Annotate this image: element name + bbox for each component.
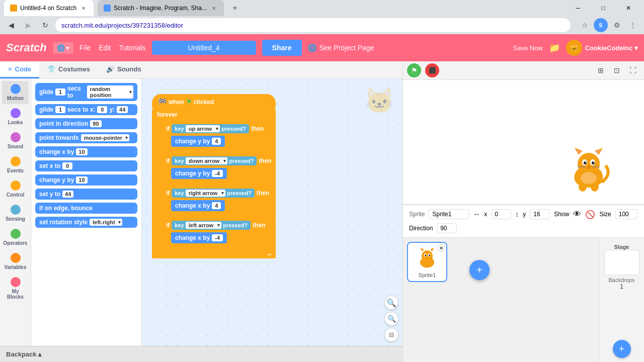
change-x-right[interactable]: change x by 4: [171, 200, 225, 211]
normal-stage-button[interactable]: ⊡: [610, 63, 624, 77]
category-sensing[interactable]: Sensing: [2, 202, 29, 225]
key-right-condition[interactable]: key right arrow ▾ pressed?: [172, 189, 255, 198]
close-button[interactable]: ✕: [617, 0, 640, 16]
hat-block[interactable]: 🏁 when ⚑ clicked: [152, 94, 276, 109]
block-glide-xy[interactable]: glide 1 secs to x: 0 y: 44: [35, 104, 137, 115]
rotation-style-dropdown[interactable]: left-right: [90, 219, 122, 226]
block-set-x[interactable]: set x to 0: [35, 160, 137, 171]
point-towards-dropdown[interactable]: mouse-pointer: [81, 134, 129, 141]
project-name-input[interactable]: [152, 41, 256, 55]
glide-position-dropdown[interactable]: random position: [87, 85, 133, 99]
scratch-logo[interactable]: Scratch: [6, 41, 47, 54]
sprite-item-sprite1[interactable]: ✕ Sprite1: [407, 242, 447, 282]
stop-button[interactable]: ⬛: [425, 63, 439, 77]
zoom-in-button[interactable]: 🔍: [384, 296, 398, 310]
if-left-arrow[interactable]: if key left arrow ▾ pressed? then: [162, 218, 276, 249]
category-motion[interactable]: Motion: [2, 81, 29, 104]
change-x-right-value[interactable]: 4: [212, 202, 221, 209]
sprite-name-input[interactable]: [429, 209, 469, 219]
user-area[interactable]: 🐱 CookieCodeInc ▾: [566, 40, 638, 56]
glide-xy-y[interactable]: 44: [117, 106, 128, 113]
small-stage-button[interactable]: ⊞: [594, 63, 608, 77]
inactive-tab[interactable]: Scratch - Imagine, Program, Sha... ✕: [98, 0, 224, 16]
set-y-input[interactable]: 44: [62, 191, 73, 198]
change-x-left-value[interactable]: -4: [212, 234, 223, 241]
show-visible-icon[interactable]: 👁: [573, 210, 581, 219]
size-input[interactable]: [615, 209, 637, 219]
extensions-icon[interactable]: ⚙: [610, 18, 624, 32]
stage-thumbnail[interactable]: [604, 250, 639, 275]
add-backdrop-button[interactable]: +: [613, 340, 631, 358]
if-right-arrow[interactable]: if key right arrow ▾ pressed? then: [162, 186, 276, 217]
fullscreen-button[interactable]: ⛶: [626, 63, 640, 77]
glide-xy-secs[interactable]: 1: [55, 106, 65, 113]
share-button[interactable]: Share: [262, 40, 302, 56]
menu-icon[interactable]: ⋮: [626, 18, 640, 32]
script-editor[interactable]: 🐱 🏁 when ⚑ clicked fo: [142, 79, 403, 346]
reload-button[interactable]: ↻: [38, 18, 52, 32]
block-change-x[interactable]: change x by 10: [35, 146, 137, 157]
backpack[interactable]: Backpack ▲: [0, 346, 403, 362]
change-y-down[interactable]: change y by -4: [171, 168, 227, 179]
bookmark-icon[interactable]: ☆: [578, 18, 592, 32]
block-set-y[interactable]: set y to 44: [35, 189, 137, 200]
change-y-input[interactable]: 10: [76, 176, 87, 184]
globe-button[interactable]: 🌐 ▾: [53, 42, 73, 54]
category-sound[interactable]: Sound: [2, 129, 29, 152]
forever-block[interactable]: forever if: [152, 109, 276, 258]
glide-xy-x[interactable]: 0: [97, 106, 107, 113]
x-input[interactable]: [491, 209, 511, 219]
change-x-left[interactable]: change x by -4: [171, 232, 227, 243]
fit-screen-button[interactable]: ⊟: [384, 328, 398, 342]
block-point-direction[interactable]: point in direction 90: [35, 118, 137, 129]
y-input[interactable]: [530, 209, 550, 219]
edit-menu[interactable]: Edit: [99, 44, 111, 52]
new-tab-button[interactable]: +: [228, 1, 242, 15]
block-rotation-style[interactable]: set rotation style left-right: [35, 217, 137, 228]
file-menu[interactable]: File: [79, 44, 91, 52]
back-button[interactable]: ◀: [4, 18, 18, 32]
category-events[interactable]: Events: [2, 153, 29, 176]
folder-icon[interactable]: 📁: [549, 42, 560, 53]
block-glide-random[interactable]: glide 1 secs to random position: [35, 83, 137, 101]
see-project-button[interactable]: 🌐 See Project Page: [308, 44, 374, 52]
save-now-button[interactable]: Save Now: [513, 44, 543, 52]
tutorials-menu[interactable]: Tutorials: [119, 44, 145, 52]
maximize-button[interactable]: □: [592, 0, 615, 16]
minimize-button[interactable]: ─: [567, 0, 590, 16]
right-arrow-dropdown[interactable]: right arrow ▾: [186, 190, 225, 197]
url-bar[interactable]: scratch.mit.edu/projects/397231358/edito…: [55, 18, 571, 32]
forward-button[interactable]: ▶: [21, 18, 35, 32]
active-tab[interactable]: Untitled-4 on Scratch ✕: [4, 0, 94, 16]
profile-icon[interactable]: S: [594, 18, 608, 32]
key-up-condition[interactable]: key up arrow ▾ pressed?: [172, 124, 249, 133]
glide-secs-input[interactable]: 1: [55, 88, 65, 96]
change-y-down-value[interactable]: -4: [212, 170, 223, 177]
direction-input[interactable]: [437, 223, 457, 233]
if-down-arrow[interactable]: if key down arrow ▾ pressed? then: [162, 154, 276, 185]
add-sprite-button[interactable]: +: [469, 260, 490, 280]
change-y-up[interactable]: change y by 4: [171, 136, 225, 147]
set-x-input[interactable]: 0: [62, 162, 72, 169]
block-edge-bounce[interactable]: if on edge, bounce: [35, 203, 137, 214]
inactive-tab-close[interactable]: ✕: [210, 4, 218, 12]
left-arrow-dropdown[interactable]: left arrow ▾: [186, 222, 222, 229]
green-flag-button[interactable]: ⚑: [407, 63, 421, 77]
tab-costumes[interactable]: 👕 Costumes: [39, 61, 98, 78]
category-myblocks[interactable]: My Blocks: [2, 274, 29, 303]
tab-sounds[interactable]: 🔊 Sounds: [98, 61, 149, 78]
key-down-condition[interactable]: key down arrow ▾ pressed?: [172, 156, 257, 165]
change-y-up-value[interactable]: 4: [212, 138, 221, 145]
if-up-arrow[interactable]: if key up arrow ▾ pressed? then: [162, 122, 276, 153]
sprite-delete-button[interactable]: ✕: [437, 244, 445, 252]
up-arrow-dropdown[interactable]: up arrow ▾: [186, 125, 220, 132]
change-x-input[interactable]: 10: [76, 148, 87, 155]
category-operators[interactable]: Operators: [2, 226, 29, 249]
category-variables[interactable]: Variables: [2, 250, 29, 273]
down-arrow-dropdown[interactable]: down arrow ▾: [186, 157, 228, 164]
tab-code[interactable]: ≡ Code: [0, 61, 39, 78]
category-looks[interactable]: Looks: [2, 105, 29, 128]
category-control[interactable]: Control: [2, 177, 29, 201]
block-point-towards[interactable]: point towards mouse-pointer: [35, 132, 137, 143]
point-dir-input[interactable]: 90: [90, 120, 101, 127]
